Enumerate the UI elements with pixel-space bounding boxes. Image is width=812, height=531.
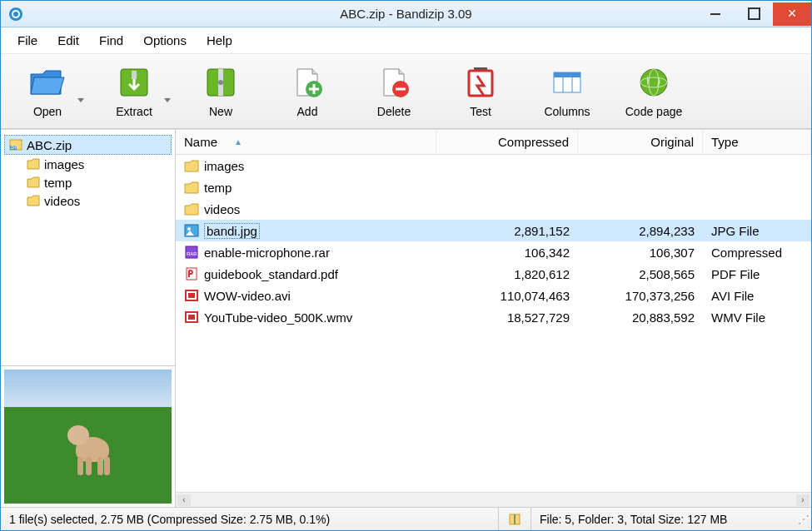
maximize-button[interactable] [735, 2, 773, 26]
cell-type [703, 164, 811, 167]
file-name: bandi.jpg [204, 223, 260, 239]
column-original[interactable]: Original [578, 130, 703, 154]
cell-original: 170,373,256 [578, 287, 703, 305]
menubar: File Edit Find Options Help [1, 27, 811, 54]
svg-point-16 [640, 69, 667, 96]
column-type[interactable]: Type [703, 130, 811, 154]
svg-point-2 [13, 12, 18, 17]
cell-type: Compressed [703, 244, 811, 261]
cell-compressed: 2,891,152 [436, 222, 578, 240]
cell-compressed [436, 207, 578, 211]
status-archive-icon[interactable] [498, 508, 531, 530]
minimize-button[interactable] [696, 2, 735, 26]
add-file-icon [287, 65, 327, 100]
horizontal-scrollbar[interactable]: ‹ › [176, 492, 811, 507]
app-window: ABC.zip - Bandizip 3.09 × File Edit Find… [0, 0, 812, 531]
preview-pane [1, 365, 175, 507]
extract-icon [114, 65, 154, 100]
list-body[interactable]: imagestempvideosbandi.jpg2,891,1522,894,… [176, 155, 811, 492]
preview-image [4, 370, 172, 504]
columns-icon [547, 65, 587, 100]
list-row[interactable]: RARenable-microphone.rar106,342106,307Co… [176, 241, 811, 263]
file-name: enable-microphone.rar [204, 246, 330, 260]
sort-indicator-icon: ▲ [234, 137, 242, 146]
scroll-left-icon[interactable]: ‹ [177, 494, 191, 506]
cell-original: 2,894,233 [578, 222, 703, 240]
tree-root[interactable]: ZIP ABC.zip [4, 135, 172, 155]
scroll-right-icon[interactable]: › [796, 494, 810, 506]
svg-text:RAR: RAR [187, 251, 197, 256]
svg-text:ZIP: ZIP [11, 145, 17, 150]
status-summary: File: 5, Folder: 3, Total Size: 127 MB [531, 513, 798, 526]
cell-type [703, 186, 811, 189]
list-row[interactable]: WOW-video.avi110,074,463170,373,256AVI F… [176, 285, 811, 306]
folder-icon [184, 201, 199, 216]
add-button[interactable]: Add [269, 58, 346, 125]
folder-icon [184, 180, 199, 195]
open-folder-icon [27, 65, 67, 100]
list-row[interactable]: YouTube-video_500K.wmv18,527,72920,883,5… [176, 306, 811, 328]
tree-item[interactable]: videos [4, 191, 172, 210]
tree-item[interactable]: images [4, 155, 172, 173]
menu-find[interactable]: Find [91, 30, 132, 51]
delete-button[interactable]: Delete [356, 58, 432, 125]
cell-type [703, 207, 811, 211]
list-row[interactable]: guidebook_standard.pdf1,820,6122,508,565… [176, 263, 811, 285]
list-header: Name▲ Compressed Original Type [176, 130, 811, 155]
video-icon [184, 310, 199, 325]
list-row[interactable]: bandi.jpg2,891,1522,894,233JPG File [176, 220, 811, 241]
tree-item[interactable]: temp [4, 173, 172, 191]
list-row[interactable]: temp [176, 176, 811, 198]
cell-original: 106,307 [578, 244, 703, 261]
cell-original: 2,508,565 [578, 266, 703, 283]
globe-icon [634, 65, 674, 100]
titlebar[interactable]: ABC.zip - Bandizip 3.09 × [1, 1, 811, 27]
menu-help[interactable]: Help [198, 30, 241, 51]
sidebar: ZIP ABC.zip images temp video [1, 130, 176, 507]
column-name[interactable]: Name▲ [176, 130, 436, 154]
rar-icon: RAR [184, 245, 199, 260]
folder-icon [26, 175, 41, 190]
open-button[interactable]: Open [9, 58, 86, 125]
list-row[interactable]: videos [176, 198, 811, 220]
svg-rect-28 [188, 293, 195, 298]
cell-type: JPG File [703, 222, 811, 240]
column-compressed[interactable]: Compressed [436, 130, 578, 154]
svg-point-7 [218, 80, 223, 85]
file-name: videos [204, 202, 240, 216]
folder-tree[interactable]: ZIP ABC.zip images temp video [1, 130, 175, 365]
cell-compressed: 110,074,463 [436, 287, 578, 305]
cell-compressed: 106,342 [436, 244, 578, 261]
file-name: temp [204, 181, 232, 195]
extract-button[interactable]: Extract [96, 58, 172, 125]
svg-rect-13 [554, 72, 580, 77]
dropdown-arrow-icon[interactable] [164, 98, 171, 102]
columns-button[interactable]: Columns [529, 58, 605, 125]
file-list: Name▲ Compressed Original Type imagestem… [176, 130, 811, 507]
zip-icon: ZIP [8, 137, 23, 152]
svg-rect-30 [188, 315, 195, 320]
close-button[interactable]: × [773, 2, 811, 26]
cell-type: AVI File [703, 287, 811, 305]
file-name: guidebook_standard.pdf [204, 267, 338, 281]
window-title: ABC.zip - Bandizip 3.09 [1, 7, 811, 21]
dropdown-arrow-icon[interactable] [77, 98, 84, 102]
menu-edit[interactable]: Edit [49, 30, 87, 51]
new-button[interactable]: New [182, 58, 259, 125]
statusbar: 1 file(s) selected, 2.75 MB (Compressed … [1, 507, 811, 530]
list-row[interactable]: images [176, 155, 811, 176]
new-archive-icon [201, 65, 241, 100]
cell-compressed: 1,820,612 [436, 266, 578, 283]
svg-rect-32 [514, 514, 516, 524]
delete-file-icon [374, 65, 414, 100]
cell-original [578, 207, 703, 211]
test-button[interactable]: Test [442, 58, 519, 125]
menu-options[interactable]: Options [135, 30, 195, 51]
app-icon [7, 6, 24, 22]
codepage-button[interactable]: Code page [615, 58, 692, 125]
file-name: YouTube-video_500K.wmv [204, 310, 352, 325]
menu-file[interactable]: File [9, 30, 46, 51]
content-area: ZIP ABC.zip images temp video [1, 129, 811, 507]
file-name: WOW-video.avi [204, 289, 291, 303]
resize-grip[interactable]: ⋰ [798, 513, 811, 526]
